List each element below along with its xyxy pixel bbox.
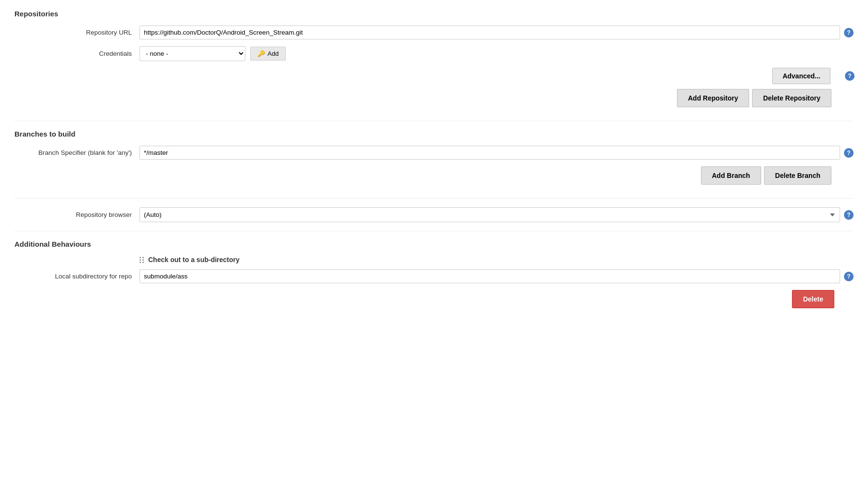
add-credentials-label: Add: [268, 50, 279, 57]
repositories-section: Repositories Repository URL ? Credential…: [14, 10, 854, 107]
local-subdir-label: Local subdirectory for repo: [14, 273, 140, 280]
repository-actions-row: Add Repository Delete Repository: [14, 89, 854, 107]
additional-behaviours-title: Additional Behaviours: [14, 240, 854, 248]
drag-handle-icon[interactable]: [140, 257, 144, 263]
repo-browser-row: Repository browser (Auto) ?: [14, 207, 854, 222]
behaviour-delete-row: Delete: [14, 290, 854, 308]
separator-2: [14, 198, 854, 199]
branch-specifier-help-icon[interactable]: ?: [844, 148, 854, 158]
branches-section: Branches to build Branch Specifier (blan…: [14, 130, 854, 185]
add-repository-button[interactable]: Add Repository: [677, 89, 749, 107]
repository-url-row: Repository URL ?: [14, 25, 854, 39]
drag-dot-4: [142, 259, 144, 261]
delete-branch-button[interactable]: Delete Branch: [764, 166, 831, 185]
drag-dot-3: [140, 259, 141, 261]
credentials-row: Credentials - none - 🔑 Add: [14, 46, 854, 61]
repository-url-input[interactable]: [140, 25, 840, 39]
credentials-label: Credentials: [14, 50, 140, 57]
drag-dot-2: [142, 257, 144, 258]
drag-dot-1: [140, 257, 141, 258]
local-subdir-row: Local subdirectory for repo ?: [14, 269, 854, 283]
branch-specifier-row: Branch Specifier (blank for 'any') ?: [14, 146, 854, 160]
local-subdir-help-icon[interactable]: ?: [844, 272, 854, 281]
branch-actions-row: Add Branch Delete Branch: [14, 166, 854, 185]
checkout-subdir-title: Check out to a sub-directory: [148, 256, 240, 264]
repositories-title: Repositories: [14, 10, 854, 18]
branch-specifier-input[interactable]: [140, 146, 840, 160]
local-subdir-input[interactable]: [140, 269, 840, 283]
behaviour-header: Check out to a sub-directory: [14, 256, 854, 264]
advanced-button[interactable]: Advanced...: [772, 68, 830, 84]
repository-url-help-icon[interactable]: ?: [844, 28, 854, 38]
add-credentials-button[interactable]: 🔑 Add: [250, 47, 286, 61]
repo-browser-select[interactable]: (Auto): [140, 207, 840, 222]
add-branch-button[interactable]: Add Branch: [701, 166, 761, 185]
behaviour-delete-button[interactable]: Delete: [792, 290, 834, 308]
repo-browser-label: Repository browser: [14, 211, 140, 218]
advanced-help-icon[interactable]: ?: [845, 71, 855, 81]
repo-browser-help-icon[interactable]: ?: [844, 210, 854, 220]
credentials-select[interactable]: - none -: [140, 46, 245, 61]
separator-3: [14, 231, 854, 231]
advanced-row: Advanced... ?: [14, 68, 854, 84]
branches-title: Branches to build: [14, 130, 854, 138]
repository-url-label: Repository URL: [14, 29, 140, 36]
drag-dot-6: [142, 262, 144, 263]
separator-1: [14, 121, 854, 121]
key-icon: 🔑: [257, 50, 265, 57]
delete-repository-button[interactable]: Delete Repository: [752, 89, 831, 107]
branch-specifier-label: Branch Specifier (blank for 'any'): [14, 149, 140, 156]
drag-dot-5: [140, 262, 141, 263]
additional-behaviours-section: Additional Behaviours Check out to a sub…: [14, 240, 854, 308]
